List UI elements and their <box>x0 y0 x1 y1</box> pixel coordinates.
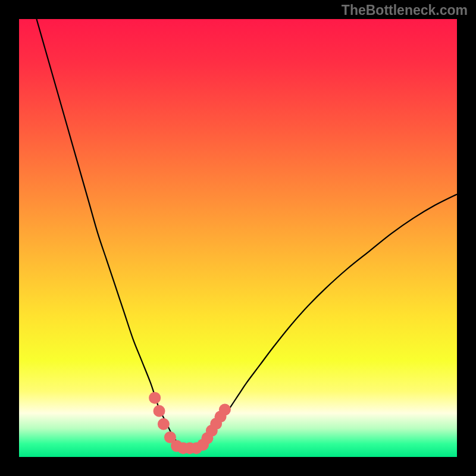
gradient-background <box>19 19 457 457</box>
outer-frame: TheBottleneck.com <box>0 0 476 476</box>
curve-marker <box>219 404 231 416</box>
bottleneck-chart <box>19 19 457 457</box>
curve-marker <box>154 405 165 417</box>
plot-area <box>19 19 457 457</box>
watermark-text: TheBottleneck.com <box>342 2 468 18</box>
curve-marker <box>149 392 161 404</box>
curve-marker <box>158 418 170 430</box>
